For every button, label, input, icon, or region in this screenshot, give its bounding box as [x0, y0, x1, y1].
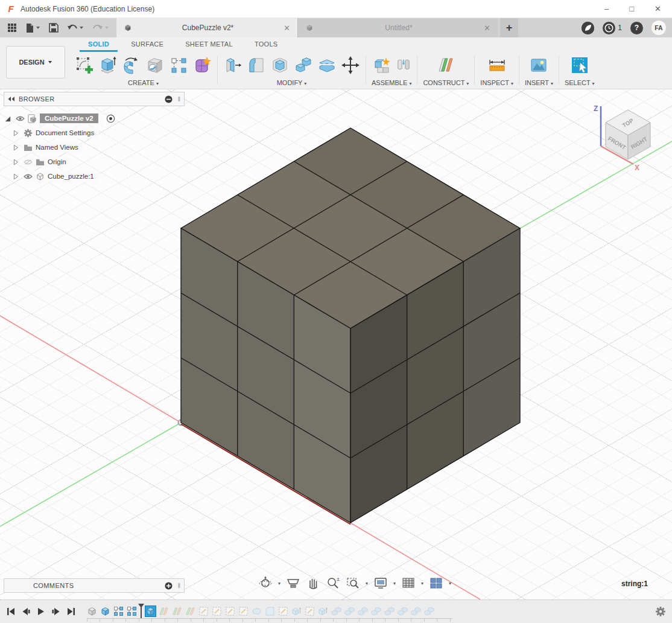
timeline-feature-combine[interactable] [344, 606, 355, 616]
tab-close-icon[interactable]: ✕ [284, 24, 290, 33]
expand-caret-icon[interactable] [12, 158, 19, 166]
timeline-feature-combine[interactable] [424, 606, 434, 616]
group-label-inspect[interactable]: INSPECT ▾ [480, 79, 513, 86]
timeline-feature-plane[interactable] [185, 606, 195, 616]
timeline-go-to-start-button[interactable] [6, 607, 16, 616]
measure-icon[interactable] [487, 56, 507, 75]
document-tab-active[interactable]: CubePuzzle v2* ✕ [116, 18, 297, 37]
panel-grip[interactable]: ‖ [177, 582, 180, 589]
document-tab-inactive[interactable]: Untitled* ✕ [297, 18, 498, 37]
tree-row-named-views[interactable]: Named Views [12, 140, 185, 155]
select-icon[interactable] [570, 56, 589, 75]
pan-icon[interactable] [306, 576, 320, 590]
timeline-feature-combine[interactable] [384, 606, 395, 616]
split-body-icon[interactable] [317, 56, 337, 75]
fillet-icon[interactable] [247, 56, 266, 75]
create-sketch-icon[interactable] [75, 56, 94, 75]
comments-header[interactable]: COMMENTS ‖ [4, 578, 185, 593]
timeline-feature-box[interactable] [100, 606, 110, 616]
display-settings-icon[interactable] [373, 576, 388, 590]
grid-settings-icon[interactable] [401, 576, 416, 590]
user-avatar[interactable]: FA [651, 21, 666, 35]
timeline-feature-extrude[interactable] [291, 606, 302, 616]
look-at-icon[interactable] [286, 576, 300, 590]
env-tab-solid[interactable]: SOLID [80, 40, 118, 52]
timeline-feature-extrude[interactable] [318, 606, 328, 616]
revolve-icon[interactable] [122, 56, 141, 75]
visibility-off-icon[interactable] [24, 159, 33, 165]
collapse-panel-icon[interactable] [8, 96, 15, 102]
combine-icon[interactable] [294, 56, 313, 75]
redo-button[interactable] [92, 24, 109, 32]
env-tab-tools[interactable]: TOOLS [246, 40, 287, 52]
hole-icon[interactable] [145, 56, 165, 75]
create-form-icon[interactable] [192, 56, 212, 75]
timeline-step-back-button[interactable] [21, 607, 31, 616]
viewport-canvas[interactable]: Z X TOP FRONT RIGHT BROWSER ‖ CubePuzzle… [0, 89, 672, 599]
timeline-feature-sketch[interactable] [225, 606, 235, 616]
group-label-insert[interactable]: INSERT ▾ [525, 79, 553, 86]
timeline-go-to-end-button[interactable] [66, 607, 76, 616]
rectangular-pattern-icon[interactable] [169, 56, 188, 75]
group-label-create[interactable]: CREATE ▾ [128, 79, 159, 86]
zoom-window-icon[interactable] [346, 576, 360, 590]
add-comment-icon[interactable] [165, 582, 173, 590]
extrude-icon[interactable] [98, 56, 118, 75]
insert-image-icon[interactable] [529, 56, 548, 75]
construction-plane-icon[interactable] [436, 56, 455, 75]
workspace-selector[interactable]: DESIGN [6, 46, 65, 78]
file-menu-button[interactable] [25, 23, 40, 33]
browser-header[interactable]: BROWSER ‖ [4, 92, 185, 106]
zoom-icon[interactable]: ± [326, 576, 340, 590]
expand-caret-icon[interactable] [12, 173, 19, 181]
timeline-step-forward-button[interactable] [51, 607, 61, 616]
undo-button[interactable] [67, 24, 84, 32]
minimize-button[interactable]: – [604, 4, 609, 13]
timeline-feature-combine[interactable] [331, 606, 341, 616]
timeline-feature-combine[interactable] [398, 606, 408, 616]
timeline-feature-plane[interactable] [159, 606, 169, 616]
close-button[interactable]: ✕ [655, 4, 661, 13]
env-tab-sheetmetal[interactable]: SHEET METAL [177, 40, 241, 52]
tree-row-document-settings[interactable]: Document Settings [12, 126, 185, 140]
group-label-assemble[interactable]: ASSEMBLE ▾ [372, 79, 411, 86]
view-cube[interactable]: Z X TOP FRONT RIGHT [572, 101, 662, 175]
remove-panel-icon[interactable] [165, 95, 173, 103]
group-label-construct[interactable]: CONSTRUCT ▾ [423, 79, 469, 86]
new-component-icon[interactable] [372, 56, 391, 75]
timeline-feature-body[interactable] [87, 606, 97, 616]
tree-row-cube-puzzle[interactable]: Cube_puzzle:1 [12, 169, 185, 184]
timeline-feature-fillet[interactable] [265, 606, 275, 616]
timeline-feature-plane[interactable] [172, 606, 182, 616]
app-grid-icon[interactable] [7, 23, 17, 33]
timeline-feature-box-active[interactable] [145, 606, 156, 616]
tree-row-root[interactable]: CubePuzzle v2 [4, 111, 185, 126]
timeline-feature-sketch[interactable] [278, 606, 288, 616]
panel-grip[interactable]: ‖ [177, 95, 180, 103]
shell-icon[interactable] [270, 56, 290, 75]
tree-row-origin[interactable]: Origin [12, 155, 185, 169]
press-pull-icon[interactable] [223, 56, 242, 75]
visibility-eye-icon[interactable] [16, 115, 25, 122]
timeline-play-button[interactable] [36, 607, 46, 616]
tab-close-icon[interactable]: ✕ [484, 24, 490, 33]
expand-caret-icon[interactable] [12, 144, 19, 152]
maximize-button[interactable]: □ [629, 4, 634, 13]
save-button[interactable] [49, 23, 59, 33]
timeline-feature-round[interactable] [252, 606, 262, 616]
env-tab-surface[interactable]: SURFACE [122, 40, 172, 52]
timeline-feature-sketch[interactable] [238, 606, 249, 616]
activate-component-radio[interactable] [106, 114, 115, 123]
timeline-feature-combine[interactable] [411, 606, 421, 616]
timeline-settings-gear-icon[interactable] [655, 606, 666, 617]
orbit-icon[interactable] [258, 576, 273, 590]
visibility-eye-icon[interactable] [24, 173, 33, 180]
timeline-feature-sketch[interactable] [212, 606, 222, 616]
expand-caret-icon[interactable] [12, 129, 19, 137]
extensions-icon[interactable] [582, 22, 594, 34]
timeline-feature-pattern[interactable] [113, 606, 124, 616]
group-label-select[interactable]: SELECT ▾ [565, 79, 595, 86]
job-status-button[interactable]: 1 [603, 22, 622, 34]
move-copy-icon[interactable] [341, 56, 360, 75]
timeline-feature-combine[interactable] [371, 606, 381, 616]
